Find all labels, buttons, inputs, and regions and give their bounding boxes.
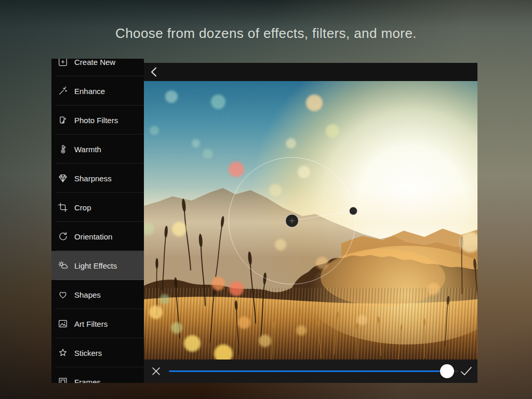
- sidebar-item-label: Stickers: [74, 349, 102, 357]
- tools-list: Create NewEnhancePhoto FiltersWarmthShar…: [51, 59, 144, 383]
- sidebar-item-label: Crop: [74, 203, 91, 212]
- editor-topbar: [144, 63, 477, 81]
- confirm-button[interactable]: [459, 365, 473, 378]
- create-new-icon: [57, 59, 69, 68]
- sidebar-item-label: Create New: [74, 59, 115, 66]
- sidebar-item-create-new[interactable]: Create New: [51, 59, 144, 76]
- sidebar-item-photo-filters[interactable]: Photo Filters: [51, 105, 144, 135]
- effect-slider[interactable]: [169, 360, 458, 383]
- crop-icon: [57, 201, 69, 214]
- slider-fill: [169, 370, 447, 372]
- light-effects-icon: [57, 259, 69, 272]
- sidebar-item-shapes[interactable]: Shapes: [51, 280, 144, 309]
- sidebar-item-sharpness[interactable]: Sharpness: [51, 164, 144, 193]
- sidebar-item-crop[interactable]: Crop: [51, 193, 144, 222]
- sidebar-item-label: Enhance: [74, 87, 105, 96]
- sidebar-item-label: Light Effects: [74, 261, 117, 270]
- page-title: Choose from dozens of effects, filters, …: [0, 25, 532, 42]
- sidebar-item-frames[interactable]: Frames: [51, 367, 144, 383]
- cancel-button[interactable]: [149, 365, 163, 378]
- back-chevron-icon: [151, 67, 157, 77]
- warmth-icon: [57, 143, 69, 155]
- sidebar-item-label: Frames: [74, 378, 101, 383]
- sidebar-item-label: Shapes: [74, 290, 101, 299]
- sidebar-item-stickers[interactable]: Stickers: [51, 338, 144, 367]
- orientation-icon: [57, 230, 69, 243]
- shapes-icon: [57, 288, 69, 301]
- art-filters-icon: [57, 317, 69, 330]
- checkmark-icon: [460, 366, 472, 376]
- sidebar-item-label: Sharpness: [74, 174, 112, 183]
- control-center-handle[interactable]: [286, 215, 299, 228]
- sidebar-item-light-effects[interactable]: Light Effects: [51, 251, 144, 280]
- sidebar-item-label: Art Filters: [74, 320, 108, 328]
- control-radius-handle[interactable]: [350, 207, 357, 215]
- sidebar-item-enhance[interactable]: Enhance: [51, 76, 144, 105]
- back-button[interactable]: [151, 67, 160, 77]
- tools-sidebar: Create NewEnhancePhoto FiltersWarmthShar…: [51, 59, 144, 383]
- photo-filters-icon: [57, 114, 69, 126]
- sunset-photo: [144, 81, 477, 360]
- sidebar-item-warmth[interactable]: Warmth: [51, 135, 144, 164]
- editor-bottombar: [144, 360, 477, 383]
- slider-handle[interactable]: [440, 364, 454, 378]
- photo-canvas[interactable]: [144, 81, 477, 360]
- stickers-icon: [57, 347, 69, 359]
- sidebar-item-label: Orientation: [74, 232, 112, 241]
- sidebar-item-art-filters[interactable]: Art Filters: [51, 309, 144, 338]
- enhance-icon: [57, 85, 69, 97]
- sidebar-item-orientation[interactable]: Orientation: [51, 222, 144, 251]
- frames-icon: [57, 376, 69, 383]
- sharpness-icon: [57, 172, 69, 184]
- editor-panel: [144, 63, 477, 383]
- sidebar-item-label: Warmth: [74, 145, 101, 154]
- sidebar-item-label: Photo Filters: [74, 116, 118, 125]
- close-icon: [152, 367, 161, 376]
